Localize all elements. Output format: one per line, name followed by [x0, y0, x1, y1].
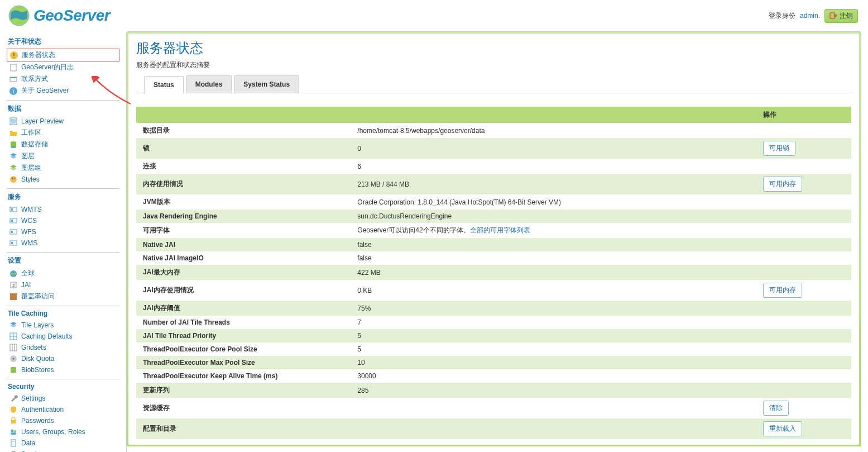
sidebar-item-label[interactable]: Authentication — [21, 406, 64, 413]
sidebar-item[interactable]: 图层 — [7, 150, 119, 162]
sidebar-item-label[interactable]: Users, Groups, Roles — [21, 428, 85, 436]
sidebar-item[interactable]: 全球 — [7, 268, 119, 279]
svg-rect-33 — [10, 344, 17, 351]
sidebar-item-label[interactable]: WFS — [21, 228, 36, 236]
sidebar-item-label[interactable]: Data — [21, 439, 35, 447]
row-action: 重新载入 — [756, 418, 851, 439]
sidebar-item[interactable]: WFS — [7, 226, 119, 237]
sidebar-item-label[interactable]: 关于 GeoServer — [21, 86, 69, 96]
sidebar-item-label[interactable]: WMS — [21, 239, 37, 247]
logo[interactable]: GeoServer — [8, 4, 110, 27]
sidebar-item[interactable]: Services — [7, 449, 119, 452]
doc-icon — [9, 63, 18, 72]
sidebar-item-label[interactable]: 服务器状态 — [22, 50, 55, 60]
row-value: 30000 — [351, 369, 756, 383]
sidebar-item-label[interactable]: 图层 — [21, 151, 35, 161]
wrench-icon — [9, 394, 18, 403]
sidebar-item-label[interactable]: GeoServer的日志 — [21, 63, 74, 72]
table-row: ThreadPoolExecutor Max Pool Size10 — [136, 356, 851, 369]
row-label: Java Rendering Engine — [136, 210, 351, 223]
sidebar-item[interactable]: i关于 GeoServer — [7, 85, 119, 97]
sidebar-item[interactable]: Tile Layers — [7, 320, 119, 331]
sidebar-item-label[interactable]: Gridsets — [21, 344, 46, 351]
row-value: 5 — [351, 342, 756, 356]
sidebar-item-label[interactable]: BlobStores — [21, 366, 54, 374]
row-label: Number of JAI Tile Threads — [136, 316, 351, 329]
row-value — [351, 418, 756, 439]
sidebar-item[interactable]: 覆盖率访问 — [7, 291, 119, 302]
sidebar-item[interactable]: BlobStores — [7, 364, 119, 375]
sidebar-item[interactable]: Passwords — [7, 415, 119, 426]
action-button[interactable]: 可用内存 — [763, 177, 802, 192]
folder-icon — [9, 129, 18, 137]
table-header-action: 操作 — [756, 107, 851, 123]
logout-button[interactable]: 注销 — [824, 9, 858, 23]
svg-rect-24 — [10, 241, 17, 245]
table-row: Native JAIfalse — [136, 238, 851, 251]
sidebar-item-label[interactable]: 工作区 — [21, 128, 41, 137]
sidebar-item[interactable]: Settings — [7, 393, 119, 404]
sidebar-item[interactable]: 数据存储 — [7, 139, 119, 150]
table-row: Number of JAI Tile Threads7 — [136, 316, 851, 329]
sidebar-item-label[interactable]: 覆盖率访问 — [21, 292, 55, 301]
sidebar-item[interactable]: JJAI — [7, 279, 119, 291]
sidebar-item-label[interactable]: 全球 — [21, 269, 35, 278]
sidebar-item-label[interactable]: WCS — [21, 217, 37, 225]
sidebar-item[interactable]: Caching Defaults — [7, 331, 119, 342]
sidebar-item-label[interactable]: Layer Preview — [21, 117, 64, 125]
sidebar-item[interactable]: !服务器状态 — [7, 49, 119, 61]
sidebar-item-label[interactable]: 图层组 — [21, 163, 41, 173]
users-icon — [9, 427, 18, 436]
sidebar-item[interactable]: Authentication — [7, 404, 119, 415]
sidebar-item[interactable]: WMTS — [7, 204, 119, 215]
sidebar-item[interactable]: 联系方式 — [7, 73, 119, 85]
row-action — [756, 316, 851, 329]
sidebar-item-label[interactable]: Disk Quota — [21, 355, 54, 363]
table-row: JVM版本Oracle Corporation: 1.8.0_144 (Java… — [136, 194, 851, 210]
sidebar-item-label[interactable]: Styles — [21, 175, 40, 183]
svg-rect-25 — [11, 242, 13, 244]
sidebar-item-label[interactable]: 数据存储 — [21, 140, 48, 149]
sidebar-item-label[interactable]: Passwords — [21, 417, 54, 425]
page-title: 服务器状态 — [136, 39, 851, 57]
tab-status[interactable]: Status — [144, 76, 184, 94]
sidebar-item-label[interactable]: 联系方式 — [21, 74, 48, 84]
action-button[interactable]: 可用锁 — [763, 141, 795, 156]
sidebar-item[interactable]: Styles — [7, 174, 119, 185]
sidebar-item-label[interactable]: WMTS — [21, 206, 42, 213]
table-row: JAI最大内存422 MB — [136, 265, 851, 280]
sidebar-item[interactable]: Layer Preview — [7, 116, 119, 127]
action-button[interactable]: 清除 — [763, 401, 789, 416]
sidebar-item[interactable]: 图层组 — [7, 162, 119, 174]
sidebar-item[interactable]: WCS — [7, 215, 119, 226]
svg-rect-43 — [11, 440, 16, 446]
warn-icon: ! — [9, 51, 18, 60]
row-label: ThreadPoolExecutor Keep Alive Time (ms) — [136, 369, 351, 383]
sidebar-item-label[interactable]: Tile Layers — [21, 321, 54, 329]
row-value: 75% — [351, 301, 756, 316]
row-value: false — [351, 251, 756, 265]
action-button[interactable]: 重新载入 — [763, 421, 802, 436]
sidebar-item[interactable]: Users, Groups, Roles — [7, 426, 119, 437]
tab-system-status[interactable]: System Status — [234, 75, 299, 93]
card-icon — [9, 75, 18, 84]
row-action — [756, 223, 851, 238]
svg-point-15 — [10, 176, 17, 183]
sidebar-item-label[interactable]: Settings — [21, 394, 45, 402]
sidebar-item[interactable]: Data — [7, 437, 119, 449]
tab-modules[interactable]: Modules — [186, 75, 232, 93]
sidebar-item[interactable]: WMS — [7, 237, 119, 249]
svg-point-41 — [14, 430, 16, 432]
sidebar-item[interactable]: Disk Quota — [7, 353, 119, 364]
table-row: Java Rendering Enginesun.dc.DuctusRender… — [136, 210, 851, 223]
sidebar-item-label[interactable]: Caching Defaults — [21, 332, 72, 340]
sidebar-item[interactable]: 工作区 — [7, 127, 119, 139]
sidebar-item-label[interactable]: JAI — [21, 281, 31, 289]
sidebar-item[interactable]: GeoServer的日志 — [7, 61, 119, 73]
sidebar-item[interactable]: Gridsets — [7, 342, 119, 353]
login-user-link[interactable]: admin. — [800, 12, 820, 20]
action-button[interactable]: 可用内存 — [763, 283, 802, 298]
row-value: /home/tomcat-8.5/webapps/geoserver/data — [351, 123, 756, 138]
fonts-link[interactable]: 全部的可用字体列表 — [470, 226, 530, 234]
nav-group-title: 设置 — [7, 252, 119, 268]
